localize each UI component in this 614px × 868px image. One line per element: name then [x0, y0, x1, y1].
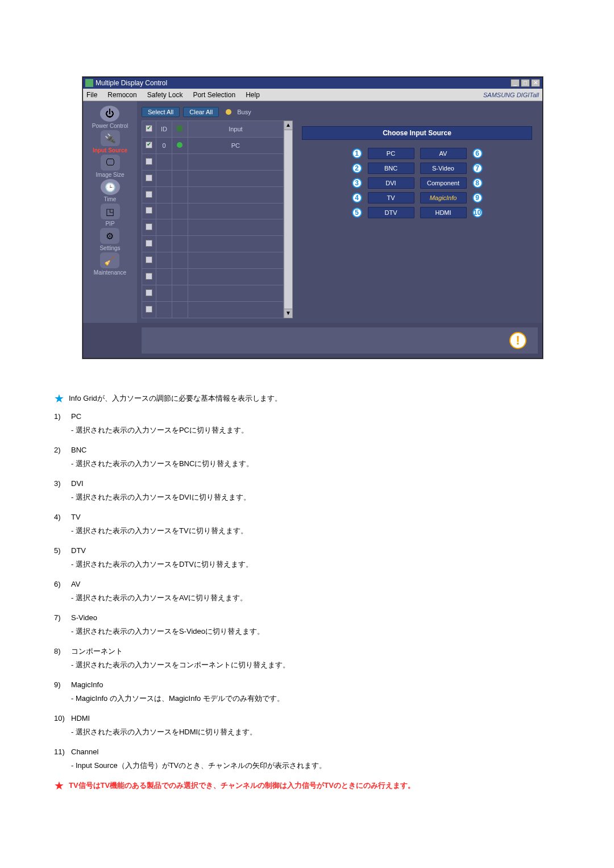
- row-id-cell: [156, 301, 172, 318]
- table-row[interactable]: [142, 285, 284, 302]
- row-check-cell[interactable]: [142, 252, 156, 269]
- list-item: 2)BNC- 選択された表示の入力ソースをBNCに切り替えます。: [54, 445, 532, 469]
- row-checkbox[interactable]: [146, 273, 152, 280]
- table-row[interactable]: [142, 186, 284, 203]
- sidebar-item-maintenance[interactable]: 🧹 Maintenance: [94, 252, 126, 276]
- row-checkbox[interactable]: [146, 158, 152, 165]
- brand-logo: SAMSUNG DIGITall: [483, 92, 539, 98]
- source-button-bnc[interactable]: BNC: [368, 163, 414, 174]
- star-icon: ★: [54, 780, 64, 791]
- source-button-component[interactable]: Component: [420, 177, 467, 189]
- main-area: Select All Clear All Busy IDInput0PC ▲ ▼…: [137, 101, 542, 323]
- sidebar-item-image-size[interactable]: 🖵 Image Size: [96, 155, 124, 178]
- sidebar-item-label: Power Control: [92, 123, 128, 129]
- select-all-button[interactable]: Select All: [142, 107, 180, 117]
- grid-scrollbar[interactable]: ▲ ▼: [284, 121, 293, 318]
- sidebar-item-label: PIP: [105, 221, 114, 227]
- source-button-pc[interactable]: PC: [368, 148, 414, 159]
- scroll-down-icon[interactable]: ▼: [284, 309, 292, 318]
- table-row[interactable]: [142, 219, 284, 236]
- minimize-button[interactable]: _: [511, 79, 520, 87]
- sidebar-item-power-control[interactable]: ⏻ Power Control: [92, 106, 128, 129]
- info-grid-wrap: IDInput0PC ▲ ▼: [142, 121, 293, 318]
- row-checkbox[interactable]: [146, 175, 152, 181]
- item-title: S-Video: [71, 612, 97, 624]
- sidebar-item-time[interactable]: 🕒 Time: [101, 179, 120, 202]
- row-checkbox[interactable]: [146, 240, 152, 247]
- sidebar-item-input-source[interactable]: 🔌 Input Source: [93, 130, 127, 153]
- callout-number: 9: [472, 193, 483, 203]
- table-row[interactable]: [142, 153, 284, 170]
- close-button[interactable]: ✕: [531, 79, 540, 87]
- row-check-cell[interactable]: [142, 203, 156, 219]
- row-checkbox[interactable]: [146, 289, 152, 296]
- item-number: 3): [54, 478, 61, 489]
- row-input-cell: [188, 153, 283, 170]
- item-number: 7): [54, 612, 61, 624]
- table-row[interactable]: [142, 301, 284, 318]
- row-input-cell: [188, 170, 283, 186]
- scroll-up-icon[interactable]: ▲: [284, 121, 292, 130]
- table-row[interactable]: [142, 170, 284, 186]
- input-source-panel: Choose Input Source 1PCAV62BNCS-Video73D…: [298, 121, 538, 318]
- sidebar-item-settings[interactable]: ⚙ Settings: [99, 228, 120, 251]
- row-id-cell: [156, 236, 172, 252]
- callout-number: 10: [472, 207, 483, 218]
- row-check-cell[interactable]: [142, 137, 156, 153]
- source-button-hdmi[interactable]: HDMI: [420, 207, 467, 218]
- item-number: 1): [54, 411, 61, 422]
- row-checkbox[interactable]: [146, 142, 152, 148]
- busy-label: Busy: [237, 109, 251, 115]
- description-block: ★ Info Gridが、入力ソースの調節に必要な基本情報を表示します。 1)P…: [54, 393, 532, 791]
- main-split: IDInput0PC ▲ ▼ Choose Input Source 1PCAV…: [142, 121, 538, 318]
- clear-all-button[interactable]: Clear All: [183, 107, 219, 117]
- row-check-cell[interactable]: [142, 153, 156, 170]
- check-all[interactable]: [146, 125, 152, 132]
- menu-remocon[interactable]: Remocon: [107, 91, 136, 99]
- table-row[interactable]: [142, 236, 284, 252]
- callout-number: 1: [352, 148, 362, 159]
- source-button-magicinfo[interactable]: MagicInfo: [420, 192, 467, 203]
- row-id-cell: [156, 285, 172, 302]
- list-item: 3)DVI- 選択された表示の入力ソースをDVIに切り替えます。: [54, 478, 532, 502]
- row-check-cell[interactable]: [142, 285, 156, 302]
- maximize-button[interactable]: □: [521, 79, 530, 87]
- row-check-cell[interactable]: [142, 236, 156, 252]
- item-title: PC: [71, 411, 81, 422]
- row-led-cell: [172, 285, 188, 302]
- row-checkbox[interactable]: [146, 191, 152, 198]
- row-input-cell: PC: [188, 137, 283, 153]
- table-row[interactable]: 0PC: [142, 137, 284, 153]
- row-check-cell[interactable]: [142, 269, 156, 285]
- source-button-dvi[interactable]: DVI: [368, 177, 414, 189]
- row-checkbox[interactable]: [146, 256, 152, 263]
- callout-number: 4: [352, 193, 362, 203]
- row-checkbox[interactable]: [146, 207, 152, 214]
- table-row[interactable]: [142, 269, 284, 285]
- sidebar-item-label: Image Size: [96, 172, 124, 178]
- source-button-s-video[interactable]: S-Video: [420, 163, 467, 174]
- row-check-cell[interactable]: [142, 170, 156, 186]
- item-title: MagicInfo: [71, 679, 103, 691]
- table-row[interactable]: [142, 252, 284, 269]
- image-size-icon: 🖵: [101, 155, 120, 171]
- row-checkbox[interactable]: [146, 306, 152, 313]
- source-button-dtv[interactable]: DTV: [368, 207, 414, 218]
- row-input-cell: [188, 269, 283, 285]
- sidebar-item-pip[interactable]: ◳ PIP: [101, 203, 120, 227]
- source-button-av[interactable]: AV: [420, 148, 467, 159]
- row-checkbox[interactable]: [146, 223, 152, 230]
- row-check-cell[interactable]: [142, 186, 156, 203]
- row-input-cell: [188, 301, 283, 318]
- item-number: 4): [54, 512, 61, 523]
- source-button-tv[interactable]: TV: [368, 192, 414, 203]
- menu-file[interactable]: File: [86, 91, 97, 99]
- item-desc: - 選択された表示の入力ソースをDTVに切り替えます。: [71, 559, 532, 570]
- row-check-cell[interactable]: [142, 301, 156, 318]
- menu-help[interactable]: Help: [246, 91, 260, 99]
- list-item: 8)コンポーネント- 選択された表示の入力ソースをコンポーネントに切り替えます。: [54, 646, 532, 670]
- menu-safety-lock[interactable]: Safety Lock: [147, 91, 183, 99]
- menu-port-selection[interactable]: Port Selection: [193, 91, 235, 99]
- row-check-cell[interactable]: [142, 219, 156, 236]
- table-row[interactable]: [142, 203, 284, 219]
